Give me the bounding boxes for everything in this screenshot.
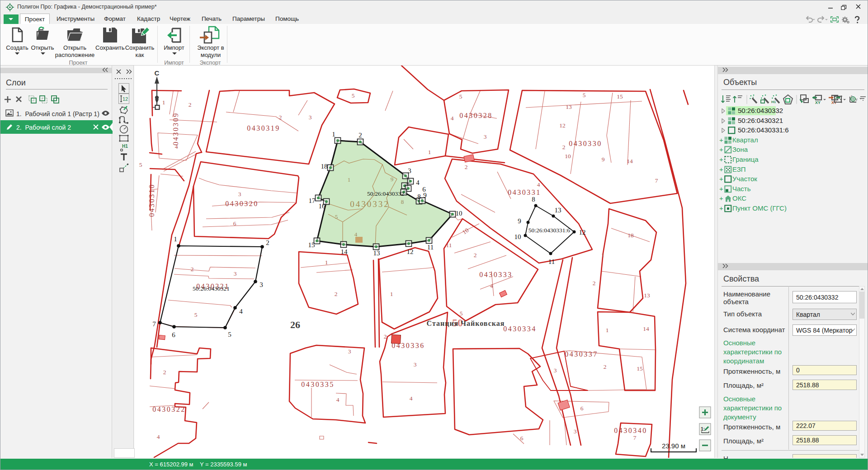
svg-text:5: 5 bbox=[583, 92, 586, 99]
svg-text:3: 3 bbox=[408, 167, 411, 174]
svg-text:0430332: 0430332 bbox=[350, 199, 390, 209]
svg-text:2: 2 bbox=[465, 164, 468, 170]
svg-text:0430337: 0430337 bbox=[565, 350, 598, 358]
svg-text:5: 5 bbox=[352, 92, 355, 99]
svg-text:2: 2 bbox=[474, 252, 477, 258]
svg-text:9: 9 bbox=[518, 217, 521, 225]
svg-text:2: 2 bbox=[359, 132, 362, 139]
svg-text:1: 1 bbox=[174, 235, 177, 243]
svg-text:15: 15 bbox=[308, 241, 315, 249]
svg-text:26: 26 bbox=[290, 319, 300, 330]
svg-text:2: 2 bbox=[593, 280, 596, 287]
svg-text:4: 4 bbox=[410, 395, 413, 402]
svg-text:2: 2 bbox=[266, 239, 269, 246]
svg-text:0430333: 0430333 bbox=[479, 271, 513, 278]
svg-text:14: 14 bbox=[341, 248, 348, 255]
svg-text:6: 6 bbox=[233, 220, 236, 227]
svg-text:15: 15 bbox=[637, 365, 643, 372]
svg-text:0430340: 0430340 bbox=[614, 427, 647, 434]
svg-text:0430330: 0430330 bbox=[569, 140, 602, 147]
svg-text:0430322: 0430322 bbox=[152, 405, 186, 413]
svg-text:5: 5 bbox=[460, 310, 463, 317]
svg-text:7: 7 bbox=[152, 320, 156, 328]
svg-text:2: 2 bbox=[189, 101, 192, 108]
svg-text:1: 1 bbox=[348, 176, 351, 183]
svg-text:12: 12 bbox=[407, 248, 414, 255]
svg-text:1: 1 bbox=[428, 149, 431, 155]
svg-text:3: 3 bbox=[238, 191, 241, 197]
svg-text:7: 7 bbox=[655, 177, 658, 184]
svg-text:18: 18 bbox=[321, 163, 328, 170]
svg-text:13: 13 bbox=[373, 249, 380, 257]
svg-text:5: 5 bbox=[228, 331, 231, 338]
svg-text:4: 4 bbox=[354, 231, 358, 238]
svg-text:5: 5 bbox=[194, 311, 198, 318]
svg-text:3: 3 bbox=[484, 133, 487, 140]
svg-text:9: 9 bbox=[391, 176, 394, 183]
svg-text:13: 13 bbox=[644, 292, 650, 299]
svg-text:4: 4 bbox=[451, 115, 454, 122]
svg-text:2: 2 bbox=[163, 369, 166, 376]
svg-text:1: 1 bbox=[390, 291, 393, 297]
svg-text:y: y bbox=[856, 98, 858, 101]
svg-text:8: 8 bbox=[417, 193, 421, 200]
svg-text:8: 8 bbox=[401, 198, 404, 205]
svg-text:0430336: 0430336 bbox=[392, 342, 425, 349]
svg-text:11: 11 bbox=[548, 258, 555, 265]
svg-text:7: 7 bbox=[633, 434, 637, 441]
svg-text:18: 18 bbox=[627, 232, 634, 239]
svg-text:0430331: 0430331 bbox=[508, 188, 541, 196]
svg-text:10: 10 bbox=[565, 153, 571, 160]
svg-text:4: 4 bbox=[175, 143, 178, 150]
svg-text:3: 3 bbox=[574, 428, 577, 435]
svg-text:12: 12 bbox=[579, 229, 586, 236]
svg-text:8: 8 bbox=[532, 196, 535, 203]
svg-text:5: 5 bbox=[139, 161, 142, 168]
svg-text:3: 3 bbox=[554, 367, 557, 374]
svg-text:50:26:0430321: 50:26:0430321 bbox=[193, 285, 230, 292]
svg-text:0430319: 0430319 bbox=[247, 124, 280, 132]
svg-text:6: 6 bbox=[172, 331, 175, 338]
svg-text:4: 4 bbox=[239, 308, 243, 315]
svg-text:3: 3 bbox=[259, 281, 263, 288]
svg-text:3: 3 bbox=[414, 361, 417, 368]
svg-text:H1: H1 bbox=[122, 144, 128, 149]
svg-text:9: 9 bbox=[423, 192, 427, 199]
svg-text:6: 6 bbox=[580, 405, 584, 412]
svg-text:0430334: 0430334 bbox=[503, 325, 537, 333]
svg-text:11: 11 bbox=[446, 242, 452, 249]
svg-text:4: 4 bbox=[416, 179, 420, 186]
svg-text:13: 13 bbox=[555, 207, 561, 214]
svg-text:14: 14 bbox=[643, 325, 649, 332]
svg-text:2: 2 bbox=[384, 333, 387, 340]
svg-text:2: 2 bbox=[562, 144, 566, 150]
svg-text:4: 4 bbox=[157, 433, 160, 440]
svg-text:10: 10 bbox=[514, 233, 521, 240]
svg-text:С: С bbox=[155, 69, 160, 77]
svg-text:1: 1 bbox=[325, 259, 328, 266]
svg-text:0430335: 0430335 bbox=[301, 381, 335, 388]
svg-text:2: 2 bbox=[279, 114, 282, 121]
svg-text:4: 4 bbox=[537, 181, 540, 188]
svg-text:0430320: 0430320 bbox=[225, 200, 259, 207]
svg-text:2: 2 bbox=[335, 291, 338, 297]
svg-text:15: 15 bbox=[617, 93, 623, 100]
svg-text:1: 1 bbox=[162, 99, 165, 106]
svg-text:1: 1 bbox=[606, 327, 609, 334]
svg-text:6: 6 bbox=[520, 435, 524, 442]
svg-text:14: 14 bbox=[627, 158, 633, 164]
svg-text:0430309: 0430309 bbox=[172, 112, 179, 146]
svg-text:23.90 м: 23.90 м bbox=[662, 442, 685, 450]
svg-text:2: 2 bbox=[191, 266, 194, 273]
svg-text:9: 9 bbox=[602, 156, 605, 163]
svg-text:1: 1 bbox=[332, 131, 335, 138]
svg-text:2: 2 bbox=[604, 363, 607, 370]
svg-text:50:26:0430331:6: 50:26:0430331:6 bbox=[528, 227, 571, 234]
svg-text:10: 10 bbox=[456, 210, 462, 217]
svg-text:17: 17 bbox=[309, 197, 316, 204]
svg-text:13: 13 bbox=[566, 103, 572, 110]
svg-text:0430328: 0430328 bbox=[459, 112, 493, 119]
svg-text:4: 4 bbox=[490, 282, 493, 289]
svg-text:1:: 1: bbox=[701, 426, 705, 432]
svg-text:5: 5 bbox=[459, 93, 462, 100]
